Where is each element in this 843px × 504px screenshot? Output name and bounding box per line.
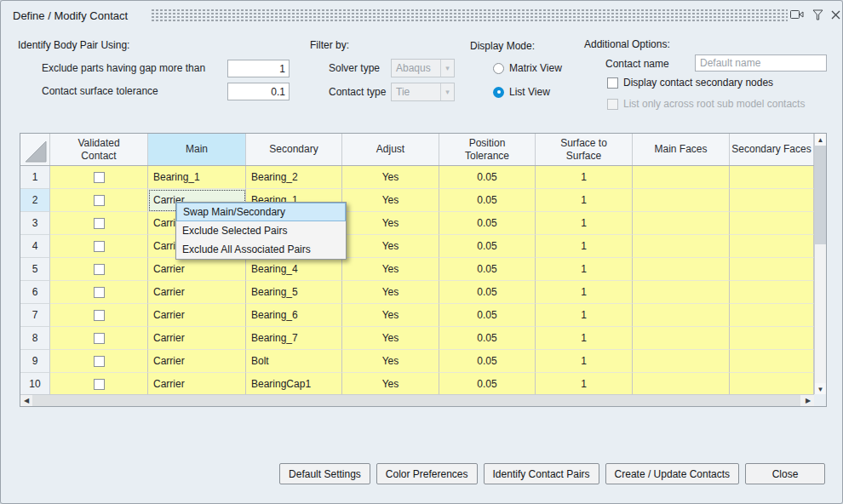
validated-checkbox[interactable] <box>94 333 105 344</box>
secondary-cell[interactable]: Bearing_6 <box>246 304 342 327</box>
radio-list-view[interactable]: List View <box>493 86 550 98</box>
solver-type-select[interactable]: Abaqus ▾ <box>391 59 455 77</box>
row-number-cell[interactable]: 7 <box>20 304 50 327</box>
surface-to-surface-cell[interactable]: 1 <box>536 350 633 373</box>
validated-checkbox[interactable] <box>94 241 105 252</box>
validated-checkbox[interactable] <box>94 172 105 183</box>
validated-checkbox[interactable] <box>94 218 105 229</box>
main-cell[interactable]: Carrier <box>148 373 246 396</box>
validated-checkbox[interactable] <box>94 195 105 206</box>
column-header-surface-to-surface[interactable]: Surface to Surface <box>536 134 633 165</box>
secondary-faces-cell[interactable] <box>730 350 814 373</box>
adjust-cell[interactable]: Yes <box>342 281 439 304</box>
surface-to-surface-cell[interactable]: 1 <box>536 189 633 212</box>
column-header-adjust[interactable]: Adjust <box>342 134 439 165</box>
adjust-cell[interactable]: Yes <box>342 212 439 235</box>
main-faces-cell[interactable] <box>633 281 730 304</box>
main-cell[interactable]: Carrier <box>148 350 246 373</box>
main-faces-cell[interactable] <box>633 166 730 189</box>
horizontal-scrollbar[interactable]: ◀ ▶ <box>20 394 814 406</box>
row-number-cell[interactable]: 9 <box>20 350 50 373</box>
main-faces-cell[interactable] <box>633 373 730 396</box>
adjust-cell[interactable]: Yes <box>342 373 439 396</box>
adjust-cell[interactable]: Yes <box>342 235 439 258</box>
secondary-faces-cell[interactable] <box>730 258 814 281</box>
position-tolerance-cell[interactable]: 0.05 <box>439 350 536 373</box>
row-number-cell[interactable]: 5 <box>20 258 50 281</box>
row-number-cell[interactable]: 8 <box>20 327 50 350</box>
main-cell[interactable]: Carrier <box>148 327 246 350</box>
secondary-faces-cell[interactable] <box>730 373 814 396</box>
position-tolerance-cell[interactable]: 0.05 <box>439 258 536 281</box>
radio-matrix-view[interactable]: Matrix View <box>493 62 562 74</box>
color-preferences-button[interactable]: Color Preferences <box>376 463 478 484</box>
default-settings-button[interactable]: Default Settings <box>279 463 370 484</box>
secondary-cell[interactable]: Bearing_7 <box>246 327 342 350</box>
position-tolerance-cell[interactable]: 0.05 <box>439 189 536 212</box>
position-tolerance-cell[interactable]: 0.05 <box>439 281 536 304</box>
row-number-cell[interactable]: 2 <box>20 189 50 212</box>
scroll-down-icon[interactable]: ▼ <box>815 383 826 395</box>
main-faces-cell[interactable] <box>633 212 730 235</box>
secondary-cell[interactable]: Bolt <box>246 350 342 373</box>
vertical-scrollbar[interactable]: ▲ ▼ <box>814 134 826 395</box>
main-faces-cell[interactable] <box>633 235 730 258</box>
secondary-faces-cell[interactable] <box>730 235 814 258</box>
column-header-position-tolerance[interactable]: Position Tolerance <box>439 134 536 165</box>
drag-handle[interactable] <box>151 9 788 21</box>
contact-type-select[interactable]: Tie ▾ <box>391 83 455 101</box>
secondary-cell[interactable]: Bearing_2 <box>246 166 342 189</box>
scroll-up-icon[interactable]: ▲ <box>815 134 826 146</box>
validated-checkbox[interactable] <box>94 264 105 275</box>
main-faces-cell[interactable] <box>633 350 730 373</box>
secondary-cell[interactable]: Bearing_4 <box>246 258 342 281</box>
main-faces-cell[interactable] <box>633 258 730 281</box>
main-faces-cell[interactable] <box>633 189 730 212</box>
validated-contact-cell[interactable] <box>50 212 148 235</box>
surface-to-surface-cell[interactable]: 1 <box>536 258 633 281</box>
video-icon[interactable] <box>789 8 805 21</box>
create-update-contacts-button[interactable]: Create / Update Contacts <box>605 463 739 484</box>
close-icon[interactable] <box>828 8 843 21</box>
row-number-cell[interactable]: 6 <box>20 281 50 304</box>
gap-input[interactable] <box>227 60 290 77</box>
adjust-cell[interactable]: Yes <box>342 327 439 350</box>
row-number-cell[interactable]: 4 <box>20 235 50 258</box>
validated-contact-cell[interactable] <box>50 258 148 281</box>
secondary-faces-cell[interactable] <box>730 327 814 350</box>
surface-to-surface-cell[interactable]: 1 <box>536 373 633 396</box>
row-number-cell[interactable]: 10 <box>20 373 50 396</box>
menu-item-swap-main-secondary[interactable]: Swap Main/Secondary <box>176 203 346 221</box>
row-number-cell[interactable]: 3 <box>20 212 50 235</box>
validated-contact-cell[interactable] <box>50 281 148 304</box>
tolerance-input[interactable] <box>227 83 290 100</box>
adjust-cell[interactable]: Yes <box>342 166 439 189</box>
validated-contact-cell[interactable] <box>50 327 148 350</box>
validated-contact-cell[interactable] <box>50 166 148 189</box>
surface-to-surface-cell[interactable]: 1 <box>536 327 633 350</box>
scroll-left-icon[interactable]: ◀ <box>20 395 32 406</box>
vertical-scrollbar-thumb[interactable] <box>815 146 826 244</box>
validated-checkbox[interactable] <box>94 287 105 298</box>
secondary-faces-cell[interactable] <box>730 189 814 212</box>
main-faces-cell[interactable] <box>633 327 730 350</box>
secondary-faces-cell[interactable] <box>730 212 814 235</box>
position-tolerance-cell[interactable]: 0.05 <box>439 304 536 327</box>
secondary-faces-cell[interactable] <box>730 166 814 189</box>
identify-contact-pairs-button[interactable]: Identify Contact Pairs <box>484 463 599 484</box>
surface-to-surface-cell[interactable]: 1 <box>536 281 633 304</box>
validated-checkbox[interactable] <box>94 310 105 321</box>
validated-contact-cell[interactable] <box>50 304 148 327</box>
position-tolerance-cell[interactable]: 0.05 <box>439 212 536 235</box>
validated-checkbox[interactable] <box>94 356 105 367</box>
adjust-cell[interactable]: Yes <box>342 304 439 327</box>
validated-contact-cell[interactable] <box>50 373 148 396</box>
checkbox-display-secondary-nodes[interactable]: Display contact secondary nodes <box>607 77 773 89</box>
column-header-main[interactable]: Main <box>148 134 246 165</box>
position-tolerance-cell[interactable]: 0.05 <box>439 373 536 396</box>
column-header-secondary-faces[interactable]: Secondary Faces <box>730 134 814 165</box>
secondary-cell[interactable]: BearingCap1 <box>246 373 342 396</box>
validated-contact-cell[interactable] <box>50 189 148 212</box>
validated-contact-cell[interactable] <box>50 235 148 258</box>
position-tolerance-cell[interactable]: 0.05 <box>439 235 536 258</box>
